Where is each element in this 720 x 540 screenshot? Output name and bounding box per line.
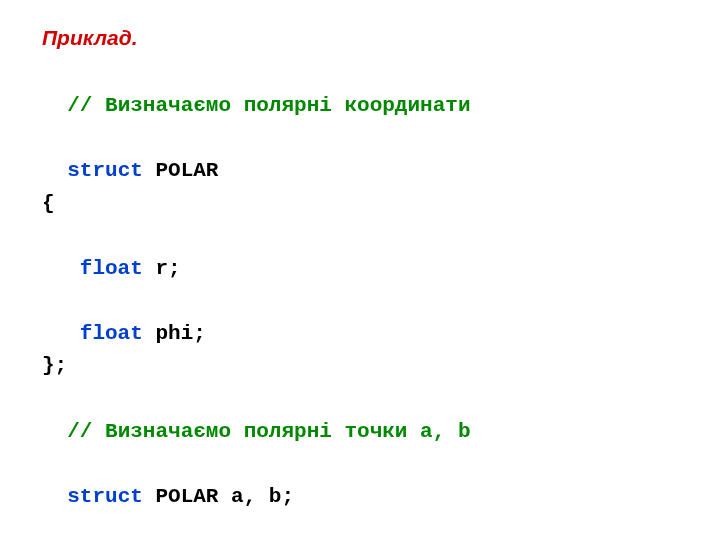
keyword-float: float: [80, 322, 143, 345]
code-line-struct-decl: struct POLAR: [42, 123, 720, 188]
comment-text: // Визначаємо полярні точки a, b: [67, 420, 470, 443]
code-line-comment-1: // Визначаємо полярні координати: [42, 58, 720, 123]
decl-ab-text: POLAR a, b;: [143, 485, 294, 508]
keyword-float: float: [80, 257, 143, 280]
field-name-r: r;: [143, 257, 181, 280]
field-name-phi: phi;: [143, 322, 206, 345]
comment-text: // Визначаємо полярні координати: [67, 94, 470, 117]
code-line-field-phi: float phi;: [42, 285, 720, 350]
struct-name: POLAR: [143, 159, 219, 182]
code-line-brace-close: };: [42, 350, 720, 383]
code-line-comment-3: // Доступ до членів структури:: [42, 513, 720, 540]
keyword-struct: struct: [67, 159, 143, 182]
example-heading: Приклад.: [42, 22, 720, 55]
code-line-comment-2: // Визначаємо полярні точки a, b: [42, 383, 720, 448]
code-line-field-r: float r;: [42, 220, 720, 285]
code-line-brace-open: {: [42, 188, 720, 221]
code-line-decl-ab: struct POLAR a, b;: [42, 448, 720, 513]
keyword-struct: struct: [67, 485, 143, 508]
